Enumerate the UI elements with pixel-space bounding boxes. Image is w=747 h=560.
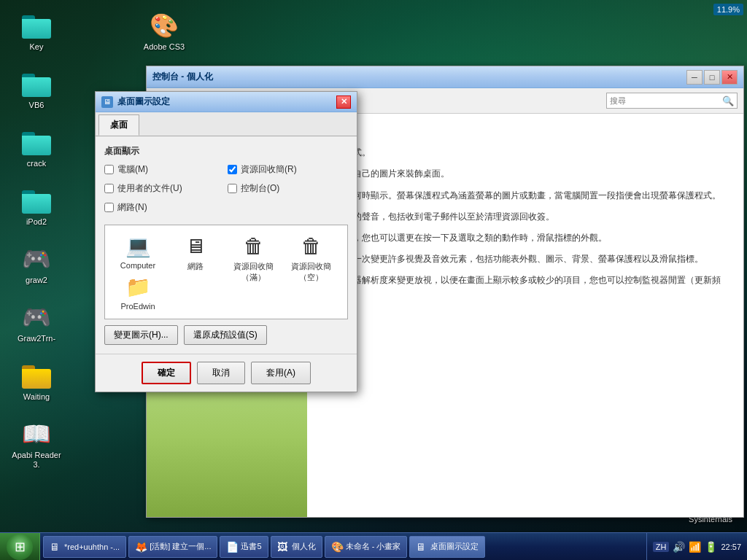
taskbar-item-firefox-label: [活動] 建立一個... [150, 541, 211, 552]
content-p1: 縮小(W) [318, 125, 732, 139]
graw2-label: graw2 [26, 276, 47, 285]
adobecs3-label: Adobe CS3 [144, 42, 185, 52]
taskbar-item-firefox[interactable]: 🦊 [活動] 建立一個... [128, 536, 217, 558]
checkbox-row-network: 網路(N) [104, 201, 225, 214]
checkbox-control-panel[interactable] [228, 184, 237, 193]
graw2trn-icon: 🎮 [22, 303, 51, 332]
start-button[interactable]: ⊞ [0, 533, 40, 561]
taskbar-item-desktop-settings[interactable]: 🖥 桌面圖示設定 [409, 536, 485, 558]
taskbar-item-desktop-settings-label: 桌面圖示設定 [430, 541, 479, 552]
content-p8: 調整監視器解析度來變更放視，以便在畫面上顯示較多或較少的項目，您也可以控制監視器… [318, 273, 732, 301]
taskbar-items: 🖥 *red+uuhthn -... 🦊 [活動] 建立一個... 📄 迅書5 … [40, 533, 646, 560]
computer-preview-label: Computer [120, 261, 155, 270]
dialog-close-button[interactable]: ✕ [336, 96, 351, 109]
checkbox-user-files-label: 使用者的文件(U) [117, 182, 182, 195]
change-icon-button[interactable]: 變更圖示(H)... [104, 325, 178, 345]
desktop-icon-vb6[interactable]: VB6 [7, 66, 66, 124]
taskbar-item-personalize-label: 個人化 [292, 541, 316, 552]
tab-desktop[interactable]: 桌面 [98, 114, 139, 136]
taskbar-item-jin3-icon: 📄 [226, 541, 238, 553]
preview-icon-network[interactable]: 🖥 網路 [170, 233, 221, 272]
checkbox-network-label: 網路(N) [117, 201, 147, 214]
apabi-label: Apabi Reader 3. [11, 451, 62, 470]
taskbar-item-jin3[interactable]: 📄 迅書5 [220, 536, 268, 558]
content-p5: 出上聆到的聲音，包括收到電子郵件以至於清理資源回收簽。 [318, 210, 732, 224]
main-window-titlebar: 控制台 - 個人化 ─ □ ✕ [147, 66, 743, 88]
desktop-icon-waiting[interactable]: Waiting [7, 357, 66, 416]
desktop-icon-apabi[interactable]: 📖 Apabi Reader 3. [7, 416, 66, 474]
key-label: Key [30, 42, 44, 52]
recycle-full-preview-label: 資源回收簡（滿） [228, 261, 279, 283]
checkbox-network[interactable] [104, 203, 114, 212]
taskbar-item-paint-icon: 🎨 [331, 541, 343, 553]
volume-icon[interactable]: 🔊 [673, 541, 685, 553]
start-orb-icon: ⊞ [7, 534, 33, 560]
checkbox-row-recycle-full: 資源回收簡(R) [228, 163, 348, 176]
checkbox-control-panel-label: 控制台(O) [241, 182, 279, 195]
icon-preview-area[interactable]: 💻 Computer 📁 ProEdwin 🖥 網路 🗑 資源回收簡（滿） 🗑 [104, 225, 348, 319]
taskbar-item-personalize[interactable]: 🖼 個人化 [271, 536, 322, 558]
dialog-icon: 🖥 [101, 96, 113, 108]
content-p2: 色彩和樣式。 [318, 146, 732, 160]
adobecs3-icon: 🎨 [150, 11, 179, 40]
ipod2-icon [22, 186, 51, 215]
taskbar-item-paint-label: 未命名 - 小畫家 [346, 541, 401, 552]
content-p3: 或使用您自己的圖片來裝飾桌面。 [318, 167, 732, 181]
crack-icon [22, 128, 51, 157]
checkbox-row-user-files: 使用者的文件(U) [104, 182, 225, 195]
desktop-icon-settings-dialog: 🖥 桌面圖示設定 ✕ 桌面 桌面顯示 電腦(M) 資源回收簡(R) 使用者 [95, 91, 357, 392]
desktop-icon-key[interactable]: Key [7, 7, 66, 66]
desktop: 11.9% Key VB6 crack iPod2 [0, 0, 747, 560]
taskbar-item-red-uuhthn[interactable]: 🖥 *red+uuhthn -... [43, 536, 126, 558]
desktop-icon-ipod2[interactable]: iPod2 [7, 182, 66, 241]
search-bar: 🔍 [606, 93, 738, 109]
proedwin-preview-label: ProEdwin [120, 302, 155, 311]
key-icon [22, 11, 51, 40]
desktop-icon-graw2[interactable]: 🎮 graw2 [7, 241, 66, 299]
ok-button[interactable]: 確定 [142, 362, 191, 384]
search-input[interactable] [610, 96, 722, 105]
taskbar-item-firefox-icon: 🦊 [135, 541, 147, 553]
main-content-area: 縮小(W) 色彩和樣式。 或使用您自己的圖片來裝飾桌面。 ，或調整何時顯示。螢幕… [307, 114, 743, 517]
maximize-button[interactable]: □ [704, 70, 720, 85]
dialog-footer: 確定 取消 套用(A) [96, 354, 357, 392]
checkbox-grid: 電腦(M) 資源回收簡(R) 使用者的文件(U) 控制台(O) 網路(N) [104, 163, 348, 217]
preview-icon-proedwin[interactable]: 📁 ProEdwin [112, 273, 163, 311]
recycle-full-preview-icon: 🗑 [241, 233, 267, 259]
taskbar-item-personalize-icon: 🖼 [277, 541, 289, 553]
battery-sys-icon[interactable]: 🔋 [705, 541, 717, 553]
section-display-title: 桌面顯示 [104, 145, 348, 158]
cancel-button[interactable]: 取消 [197, 362, 245, 384]
preview-icon-computer[interactable]: 💻 Computer [112, 233, 163, 270]
content-p7: 主題可以一次變更許多視覺及音效元素，包括功能表外觀、圖示、背景、螢幕保護程以及滑… [318, 252, 732, 266]
checkbox-user-files[interactable] [104, 184, 114, 193]
search-icon[interactable]: 🔍 [722, 96, 734, 106]
graw2trn-label: Graw2Trn- [18, 334, 55, 343]
window-controls: ─ □ ✕ [686, 70, 738, 85]
graw2-icon: 🎮 [22, 244, 51, 273]
desktop-icon-crack[interactable]: crack [7, 124, 66, 182]
minimize-button[interactable]: ─ [686, 70, 703, 85]
network-sys-icon[interactable]: 📶 [689, 541, 701, 553]
apply-button[interactable]: 套用(A) [251, 362, 311, 384]
close-button[interactable]: ✕ [721, 70, 738, 85]
network-preview-label: 網路 [187, 261, 204, 272]
proedwin-preview-icon: 📁 [125, 273, 151, 300]
desktop-icon-graw2trn[interactable]: 🎮 Graw2Trn- [7, 299, 66, 357]
desktop-icon-adobecs3[interactable]: 🎨 Adobe CS3 [135, 7, 193, 66]
preview-icon-recycle-empty[interactable]: 🗑 資源回收簡（空） [286, 233, 337, 283]
checkbox-recycle-full[interactable] [228, 165, 237, 174]
vb6-label: VB6 [29, 101, 44, 110]
taskbar-item-paint[interactable]: 🎨 未命名 - 小畫家 [325, 536, 408, 558]
language-badge[interactable]: ZH [653, 542, 670, 552]
taskbar-item-red-label: *red+uuhthn -... [64, 542, 120, 551]
dialog-tabs: 桌面 [96, 112, 357, 136]
ipod2-label: iPod2 [26, 217, 47, 227]
apabi-icon: 📖 [22, 419, 51, 448]
dialog-body: 桌面顯示 電腦(M) 資源回收簡(R) 使用者的文件(U) 控制台(O) [96, 136, 357, 354]
preview-icon-recycle-full[interactable]: 🗑 資源回收簡（滿） [228, 233, 279, 283]
restore-defaults-button[interactable]: 還原成預設值(S) [184, 325, 267, 345]
taskbar-system: ZH 🔊 📶 🔋 22:57 [646, 533, 747, 560]
recycle-empty-preview-icon: 🗑 [298, 233, 325, 259]
checkbox-computer[interactable] [104, 165, 114, 174]
